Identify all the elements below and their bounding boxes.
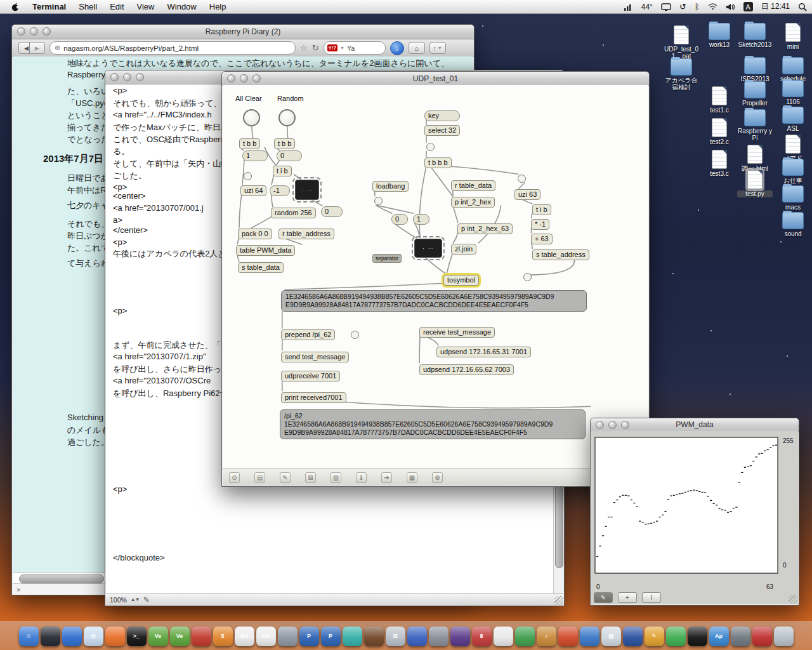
max-object[interactable]: uzi 64 bbox=[240, 185, 266, 196]
max-object[interactable] bbox=[244, 172, 252, 180]
dock-app-icon[interactable] bbox=[494, 627, 513, 646]
toolbar-icon[interactable]: ▦ bbox=[407, 472, 417, 483]
dock-app-icon[interactable] bbox=[429, 627, 449, 646]
dock-app-icon[interactable] bbox=[688, 627, 707, 646]
max-object[interactable]: All Clear bbox=[235, 95, 262, 103]
input-source-badge[interactable]: A bbox=[743, 2, 753, 11]
desktop-icon[interactable]: test.py bbox=[737, 170, 773, 197]
max-object[interactable]: prepend /pi_62 bbox=[281, 329, 335, 340]
desktop-icon[interactable]: test2.c bbox=[702, 118, 737, 145]
max-object[interactable]: loadbang bbox=[372, 181, 409, 192]
share-button[interactable]: ↑ ▼ bbox=[429, 42, 446, 54]
resize-grip[interactable] bbox=[554, 596, 563, 605]
max-object[interactable] bbox=[351, 331, 359, 339]
dock-app-icon[interactable]: Ap bbox=[709, 627, 729, 646]
desktop-icon[interactable]: mini bbox=[775, 23, 811, 50]
dock-app-icon[interactable]: Ve bbox=[170, 627, 190, 646]
dock-app-icon[interactable] bbox=[41, 627, 60, 646]
dock-app-icon[interactable]: ▦ bbox=[601, 627, 621, 646]
max-object[interactable] bbox=[518, 175, 526, 183]
safari-titlebar[interactable]: Raspberry Pi Diary (2) bbox=[12, 25, 474, 39]
reload-icon[interactable]: ↻ bbox=[312, 43, 319, 53]
max-object[interactable]: udpsend 172.16.65.62 7003 bbox=[419, 364, 514, 375]
max-object[interactable]: udpreceive 7001 bbox=[281, 371, 340, 381]
add-point-tool[interactable]: + bbox=[618, 592, 637, 603]
dock-app-icon[interactable]: Pd bbox=[235, 627, 254, 646]
max-object[interactable]: ∙ ∙∙ bbox=[414, 239, 442, 258]
dock-app-icon[interactable]: Pd bbox=[256, 627, 276, 646]
menu-item[interactable]: View bbox=[131, 0, 161, 14]
dock-app-icon[interactable] bbox=[752, 627, 772, 646]
max-object[interactable]: -1 bbox=[270, 185, 290, 196]
search-field[interactable]: Y!7 ▼ Ya bbox=[324, 41, 386, 55]
dock-app-icon[interactable] bbox=[62, 627, 82, 646]
max-object[interactable]: uzi 63 bbox=[514, 189, 540, 200]
dock-app-icon[interactable]: @ bbox=[84, 627, 103, 646]
signal-icon[interactable] bbox=[624, 3, 633, 11]
max-object[interactable]: tosymbol bbox=[443, 275, 479, 286]
zoom-button[interactable] bbox=[621, 421, 629, 429]
max-object[interactable]: /pi_62 1E3246586A6A868B919494938B857E626… bbox=[280, 409, 586, 439]
max-object[interactable]: t i b bbox=[532, 204, 551, 215]
home-button[interactable]: ⌂ bbox=[409, 42, 425, 54]
wifi-icon[interactable] bbox=[708, 3, 717, 10]
close-button[interactable] bbox=[596, 421, 604, 429]
dock-app-icon[interactable]: ♪ bbox=[537, 627, 556, 646]
dock-app-icon[interactable]: ☺ bbox=[19, 627, 39, 646]
desktop-icon[interactable]: ASL bbox=[775, 107, 811, 132]
desktop-icon[interactable]: 調べ.html bbox=[737, 145, 773, 172]
dock-app-icon[interactable] bbox=[580, 627, 599, 646]
max-object[interactable]: 1 bbox=[242, 150, 268, 161]
max-object[interactable]: 0 bbox=[391, 214, 408, 225]
scrollbar-thumb[interactable] bbox=[19, 574, 104, 583]
max-object[interactable]: 0 bbox=[277, 150, 302, 161]
minimize-button[interactable] bbox=[30, 27, 38, 36]
display-icon[interactable] bbox=[661, 3, 671, 11]
max-object[interactable]: t b b bbox=[239, 138, 260, 149]
zoom-stepper[interactable]: ▲▼ bbox=[131, 597, 140, 602]
desktop-icon[interactable]: work13 bbox=[702, 23, 737, 48]
close-button[interactable] bbox=[110, 73, 119, 81]
address-bar[interactable]: ⊕ nagasm.org/ASL/RaspberryPi/part_2.html bbox=[49, 41, 296, 55]
max-object[interactable]: pack 0 0 bbox=[238, 229, 272, 239]
table-editor[interactable]: 255 0 0 63 ✎ + I bbox=[591, 431, 798, 604]
max-object[interactable]: key bbox=[424, 110, 460, 121]
max-object[interactable]: select 32 bbox=[424, 125, 460, 136]
max-object[interactable]: r table_address bbox=[278, 229, 334, 239]
max-object[interactable]: ∙ ∙∙ bbox=[295, 180, 319, 200]
max-object[interactable]: * -1 bbox=[531, 219, 549, 230]
max-object[interactable]: random 256 bbox=[271, 208, 316, 218]
max-object[interactable]: 1 bbox=[413, 214, 429, 225]
toolbar-icon[interactable]: ⊙ bbox=[229, 472, 240, 483]
max-object[interactable]: print received7001 bbox=[281, 392, 346, 403]
dock-app-icon[interactable]: 5 bbox=[213, 627, 233, 646]
spotlight-icon[interactable] bbox=[798, 3, 807, 11]
dock-app-icon[interactable] bbox=[343, 627, 362, 646]
max-object[interactable]: send test_message bbox=[281, 352, 349, 362]
menu-item[interactable]: Edit bbox=[103, 0, 130, 14]
desktop-icon[interactable]: Sketch2013 bbox=[737, 23, 773, 48]
dock-app-icon[interactable] bbox=[558, 627, 578, 646]
max-object[interactable] bbox=[426, 143, 435, 151]
dock-app-icon[interactable]: P bbox=[299, 627, 319, 646]
zoom-button[interactable] bbox=[43, 27, 51, 36]
menu-item[interactable]: Help bbox=[203, 0, 233, 14]
select-tool[interactable]: I bbox=[642, 592, 661, 603]
max-object[interactable]: zl.join bbox=[451, 244, 476, 255]
toolbar-icon[interactable]: ✎ bbox=[280, 472, 291, 483]
search-dropdown-icon[interactable]: ▼ bbox=[340, 46, 344, 50]
resize-grip[interactable] bbox=[789, 595, 797, 604]
dock-app-icon[interactable] bbox=[666, 627, 686, 646]
minimize-button[interactable] bbox=[123, 73, 131, 81]
max-object[interactable]: 1E3246586A6A868B919494938B857E62605C5D5E… bbox=[281, 290, 587, 312]
minimize-button[interactable] bbox=[608, 421, 617, 429]
max-object[interactable]: separator bbox=[372, 254, 402, 263]
dock-app-icon[interactable] bbox=[278, 627, 298, 646]
desktop-icon[interactable]: UDP_test_01....pat bbox=[664, 25, 699, 60]
temperature-status[interactable]: 44° bbox=[641, 3, 653, 11]
max-object[interactable]: s table_address bbox=[532, 249, 589, 260]
max-object[interactable]: Random bbox=[277, 95, 304, 103]
max-object[interactable]: t b b bbox=[274, 138, 295, 149]
max-object[interactable]: r table_data bbox=[451, 180, 495, 191]
dock-app-icon[interactable] bbox=[105, 627, 125, 646]
